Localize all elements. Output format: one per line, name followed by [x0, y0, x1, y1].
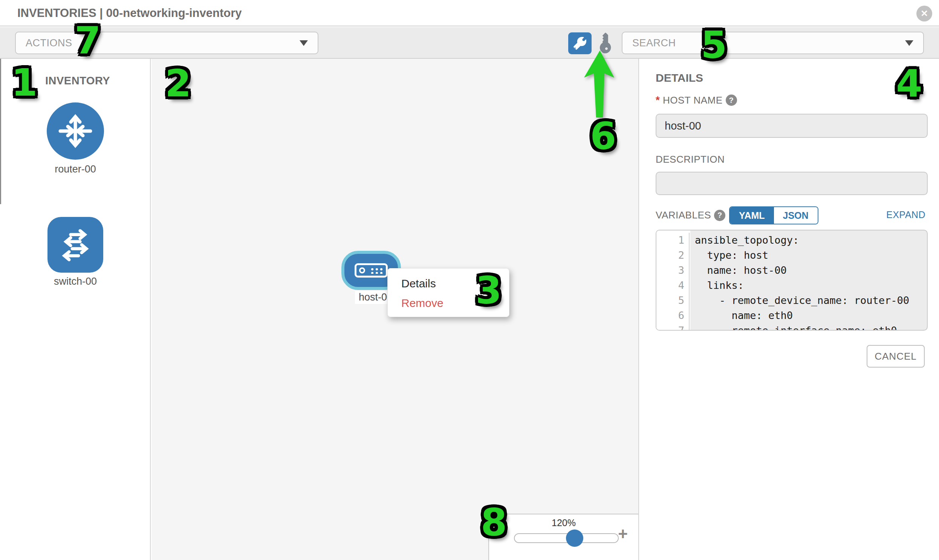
variables-label: VARIABLES — [656, 209, 711, 221]
description-label: DESCRIPTION — [656, 154, 725, 165]
editor-line: 1ansible_topology: — [657, 233, 927, 248]
annotation-number-6: 6 — [590, 117, 617, 155]
annotation-number-1: 1 — [11, 64, 38, 102]
search-dropdown-label: SEARCH — [623, 37, 676, 49]
help-icon[interactable]: ? — [714, 210, 725, 221]
host-name-input[interactable]: host-00 — [656, 114, 928, 138]
actions-dropdown[interactable]: ACTIONS — [15, 32, 318, 54]
variables-label-row: VARIABLES ? — [656, 209, 725, 221]
annotation-number-3: 3 — [475, 272, 502, 309]
editor-line: 5 - remote_device_name: router-00 — [657, 293, 927, 308]
sidebar-edge-line — [0, 59, 1, 204]
annotation-number-8: 8 — [481, 504, 507, 542]
host-name-label-row: * HOST NAME ? — [656, 94, 737, 106]
chevron-down-icon — [299, 40, 308, 46]
sidebar-item-switch[interactable] — [48, 217, 103, 273]
help-icon[interactable]: ? — [726, 94, 737, 106]
header-bar: INVENTORIES | 00-networking-inventory — [0, 0, 939, 26]
switch-icon — [56, 225, 95, 265]
details-panel-title: DETAILS — [656, 72, 703, 85]
inventory-topology-screen: INVENTORIES | 00-networking-inventory ✕ … — [0, 0, 939, 560]
editor-line: 2 type: host — [657, 248, 927, 263]
variables-format-toggle: YAML JSON — [729, 206, 819, 225]
zoom-in-button[interactable]: + — [618, 526, 628, 542]
description-input[interactable] — [656, 172, 928, 195]
annotation-number-4: 4 — [896, 65, 922, 102]
host-name-value: host-00 — [665, 120, 701, 132]
green-arrow-annotation — [580, 50, 618, 120]
annotation-number-5: 5 — [701, 26, 727, 64]
required-asterisk: * — [656, 94, 660, 106]
switch-label: switch-00 — [47, 276, 104, 287]
zoom-slider-knob[interactable] — [566, 529, 583, 547]
chevron-down-icon — [905, 40, 913, 46]
expand-link[interactable]: EXPAND — [886, 209, 925, 220]
annotation-number-7: 7 — [75, 22, 101, 60]
router-label: router-00 — [47, 163, 104, 175]
editor-line: 3 name: host-00 — [657, 263, 927, 278]
annotation-number-2: 2 — [165, 65, 191, 102]
tab-json[interactable]: JSON — [774, 207, 818, 224]
zoom-level-value: 120% — [489, 517, 638, 528]
editor-line: 4 links: — [657, 278, 927, 293]
sidebar-title: INVENTORY — [45, 75, 110, 87]
actions-dropdown-label: ACTIONS — [16, 37, 72, 49]
host-icon — [355, 263, 388, 278]
sidebar-item-router[interactable] — [47, 102, 104, 160]
close-icon[interactable]: ✕ — [916, 6, 932, 22]
cancel-button[interactable]: CANCEL — [867, 345, 925, 368]
router-icon — [57, 112, 94, 150]
variables-editor[interactable]: 1ansible_topology: 2 type: host 3 name: … — [656, 230, 928, 331]
page-title: INVENTORIES | 00-networking-inventory — [17, 6, 242, 20]
description-label-row: DESCRIPTION — [656, 154, 725, 165]
tab-yaml[interactable]: YAML — [730, 207, 774, 224]
wrench-icon — [574, 37, 586, 50]
editor-line: 7 remote_interface_name: eth0 — [657, 323, 927, 331]
search-dropdown[interactable]: SEARCH — [622, 32, 924, 54]
host-name-label: HOST NAME — [663, 94, 723, 106]
editor-line: 6 name: eth0 — [657, 308, 927, 323]
zoom-control-panel: 120% − + — [488, 514, 638, 560]
